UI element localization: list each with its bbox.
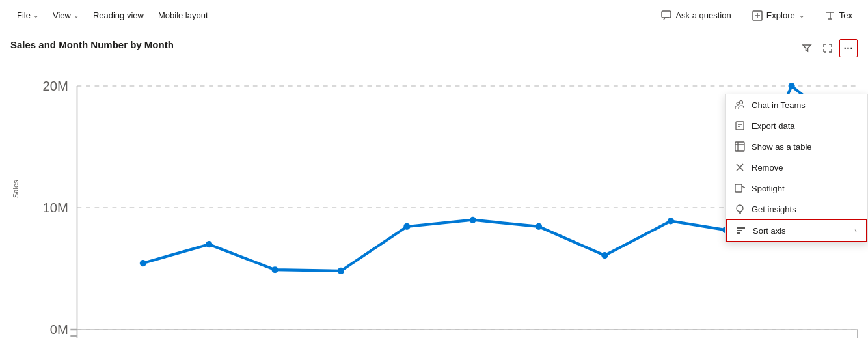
teams-icon	[735, 100, 745, 110]
svg-point-14	[403, 223, 410, 230]
y-axis-label: Sales	[10, 53, 21, 326]
menu-view[interactable]: View ⌄	[46, 8, 85, 23]
ask-question-button[interactable]: Ask a question	[656, 8, 736, 23]
svg-rect-38	[735, 184, 742, 192]
expand-icon	[822, 43, 833, 53]
svg-point-17	[601, 252, 608, 259]
topbar: File ⌄ View ⌄ Reading view Mobile layout…	[0, 0, 868, 31]
svg-text:20M: 20M	[43, 79, 68, 93]
svg-point-11	[206, 241, 212, 247]
sort-axis-icon	[736, 225, 746, 236]
svg-point-12	[272, 266, 278, 273]
dropdown-get-insights[interactable]: Get insights	[726, 199, 867, 219]
svg-rect-0	[662, 11, 671, 18]
dropdown-spotlight[interactable]: Spotlight	[726, 178, 867, 199]
text-button[interactable]: Tex	[820, 8, 858, 23]
chart-area: Sales and Month Number by Month ··· Sale…	[0, 31, 868, 338]
svg-point-15	[470, 217, 476, 223]
chart-title: Sales and Month Number by Month	[10, 39, 858, 50]
spotlight-icon	[735, 183, 745, 193]
dropdown-menu: Chat in Teams Export data Show	[725, 94, 868, 242]
svg-point-18	[668, 218, 674, 224]
svg-point-34	[740, 101, 743, 104]
svg-point-20	[789, 83, 795, 89]
svg-text:10M: 10M	[43, 201, 68, 215]
svg-point-10	[140, 260, 146, 266]
svg-point-16	[536, 223, 542, 230]
svg-rect-36	[736, 122, 744, 130]
main-area: Sales and Month Number by Month ··· Sale…	[0, 31, 868, 338]
menu-file[interactable]: File ⌄	[10, 8, 45, 23]
explore-chevron-icon: ⌄	[799, 12, 804, 19]
dropdown-show-as-table[interactable]: Show as a table	[726, 136, 867, 157]
sort-axis-chevron-icon: ›	[854, 227, 857, 234]
menu-reading-view[interactable]: Reading view	[87, 8, 150, 23]
dropdown-sort-axis[interactable]: Sort axis ›	[726, 219, 867, 242]
dropdown-chat-in-teams[interactable]: Chat in Teams	[726, 94, 867, 115]
dropdown-remove[interactable]: Remove	[726, 157, 867, 178]
topbar-menu: File ⌄ View ⌄ Reading view Mobile layout	[10, 8, 215, 23]
filter-icon	[802, 43, 812, 53]
svg-point-13	[338, 268, 344, 274]
text-format-icon	[825, 10, 835, 21]
insights-icon	[735, 204, 745, 214]
chat-icon	[661, 10, 671, 21]
explore-button[interactable]: Explore ⌄	[747, 8, 809, 23]
svg-point-35	[737, 102, 739, 105]
svg-point-39	[737, 205, 743, 212]
menu-mobile-layout[interactable]: Mobile layout	[152, 8, 215, 23]
view-chevron-icon: ⌄	[74, 12, 79, 19]
svg-text:0M: 0M	[50, 322, 68, 337]
explore-icon	[752, 10, 763, 21]
table-icon	[735, 141, 745, 152]
remove-icon	[735, 162, 745, 173]
dropdown-export-data[interactable]: Export data	[726, 115, 867, 136]
file-chevron-icon: ⌄	[33, 12, 38, 19]
export-icon	[735, 120, 745, 131]
topbar-right: Ask a question Explore ⌄ Tex	[656, 8, 858, 23]
svg-rect-37	[735, 142, 744, 151]
